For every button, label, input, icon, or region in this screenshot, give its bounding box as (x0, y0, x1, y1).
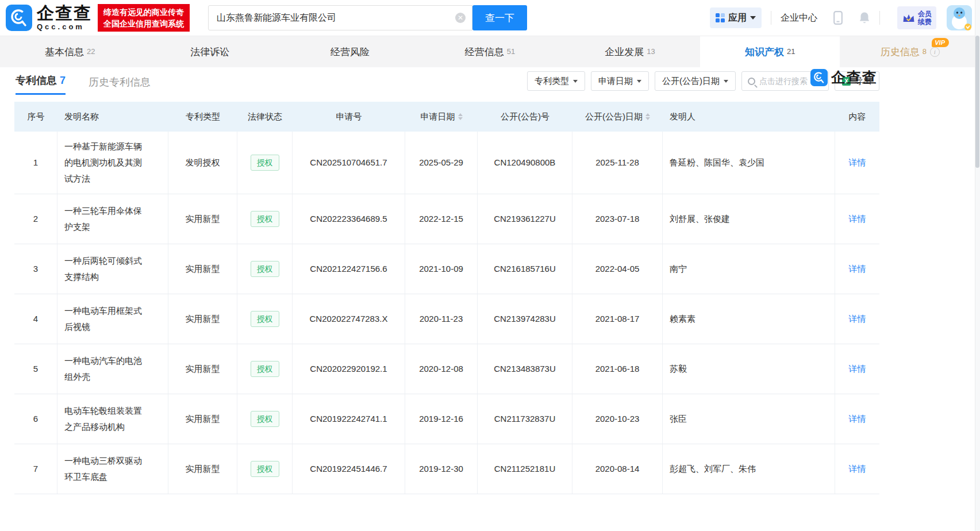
vip-renew-button[interactable]: 会员 续费 (897, 6, 936, 29)
cell-pub_no: CN213974283U (478, 294, 572, 344)
cell-no: 1 (14, 132, 57, 194)
nav-tab-2[interactable]: 法律诉讼 (140, 36, 280, 67)
cell-app_date: 2021-10-09 (405, 244, 478, 294)
detail-link[interactable]: 详情 (849, 261, 866, 277)
cell-type: 实用新型 (168, 344, 237, 394)
cell-action: 详情 (835, 194, 879, 244)
patent-table: 序号发明名称专利类型法律状态申请号申请日期公开(公告)号公开(公告)日期发明人内… (14, 102, 879, 494)
filter-application-date[interactable]: 申请日期 (591, 71, 649, 91)
cell-app_date: 2019-12-30 (405, 444, 478, 494)
column-header-name: 发明名称 (57, 102, 168, 132)
cell-action: 详情 (835, 294, 879, 344)
cell-status: 授权 (237, 394, 293, 444)
cell-status: 授权 (237, 444, 293, 494)
detail-link[interactable]: 详情 (849, 361, 866, 377)
cell-name: 一种基于新能源车辆的电机测功机及其测试方法 (57, 132, 168, 194)
apps-menu[interactable]: 应用 (710, 7, 762, 28)
table-row: 6电动车轮毂组装装置之产品移动机构实用新型授权CN201922242741.12… (14, 394, 879, 444)
cell-action: 详情 (835, 344, 879, 394)
cell-inventors: 鲁延粉、陈国华、袁少国 (663, 132, 835, 194)
detail-link[interactable]: 详情 (849, 411, 866, 427)
notification-bell-icon[interactable] (859, 11, 870, 24)
cell-name: 一种电动汽车的电池组外壳 (57, 344, 168, 394)
detail-link[interactable]: 详情 (849, 311, 866, 327)
cell-inventors: 刘舒展、张俊建 (663, 194, 835, 244)
chevron-down-icon (637, 80, 641, 83)
table-header-row: 序号发明名称专利类型法律状态申请号申请日期公开(公告)号公开(公告)日期发明人内… (14, 102, 879, 132)
nav-tab-7[interactable]: 历史信息8VIPi (840, 36, 980, 67)
column-header-app_no: 申请号 (293, 102, 405, 132)
cell-app_date: 2025-05-29 (405, 132, 478, 194)
cell-pub_date: 2025-11-28 (572, 132, 663, 194)
cell-name: 一种三轮车用伞体保护支架 (57, 194, 168, 244)
cell-app_no: CN202510704651.7 (293, 132, 405, 194)
table-row: 2一种三轮车用伞体保护支架实用新型授权CN202223364689.52022-… (14, 194, 879, 244)
brand-slogan: 缔造有远见的商业传奇 全国企业信用查询系统 (98, 4, 190, 32)
column-header-pub_date[interactable]: 公开(公告)日期 (572, 102, 663, 132)
cell-no: 7 (14, 444, 57, 494)
cell-no: 3 (14, 244, 57, 294)
cell-name: 电动车轮毂组装装置之产品移动机构 (57, 394, 168, 444)
column-header-action: 内容 (835, 102, 879, 132)
table-row: 3一种后两轮可倾斜式支撑结构实用新型授权CN202122427156.62021… (14, 244, 879, 294)
cell-app_no: CN202022920192.1 (293, 344, 405, 394)
column-header-no: 序号 (14, 102, 57, 132)
info-icon[interactable]: i (930, 47, 940, 57)
cell-app_no: CN202022747283.X (293, 294, 405, 344)
detail-link[interactable]: 详情 (849, 461, 866, 477)
status-badge: 授权 (251, 461, 279, 477)
nav-tab-3[interactable]: 经营风险 (280, 36, 420, 67)
column-header-type: 专利类型 (168, 102, 237, 132)
cell-pub_date: 2022-04-05 (572, 244, 663, 294)
cell-status: 授权 (237, 194, 293, 244)
cell-action: 详情 (835, 132, 879, 194)
cell-type: 发明授权 (168, 132, 237, 194)
company-search-input[interactable] (208, 5, 472, 30)
cell-pub_date: 2021-08-17 (572, 294, 663, 344)
detail-link[interactable]: 详情 (849, 211, 866, 227)
search-button[interactable]: 查一下 (472, 5, 527, 30)
cell-type: 实用新型 (168, 394, 237, 444)
cell-no: 4 (14, 294, 57, 344)
tab-patent-info[interactable]: 专利信息7 (16, 74, 66, 95)
table-row: 5一种电动汽车的电池组外壳实用新型授权CN202022920192.12020-… (14, 344, 879, 394)
sort-icon[interactable] (645, 113, 650, 120)
status-badge: 授权 (251, 155, 279, 171)
column-header-inventors: 发明人 (663, 102, 835, 132)
search-area: ✕ 查一下 (208, 5, 527, 30)
scrollbar-track[interactable] (975, 0, 980, 531)
cell-pub_no: CN211732837U (478, 394, 572, 444)
filter-patent-type[interactable]: 专利类型 (527, 71, 585, 91)
divider (879, 11, 880, 25)
qcc-logo[interactable]: 企查查 Qcc.com 缔造有远见的商业传奇 全国企业信用查询系统 (6, 4, 190, 32)
clear-search-icon[interactable]: ✕ (455, 13, 466, 23)
table-row: 1一种基于新能源车辆的电机测功机及其测试方法发明授权授权CN2025107046… (14, 132, 879, 194)
sort-icon[interactable] (458, 113, 463, 120)
status-badge: 授权 (251, 361, 279, 377)
cell-pub_no: CN216185716U (478, 244, 572, 294)
cell-pub_no: CN120490800B (478, 132, 572, 194)
detail-link[interactable]: 详情 (849, 155, 866, 171)
cell-inventors: 苏毅 (663, 344, 835, 394)
cell-pub_date: 2023-07-18 (572, 194, 663, 244)
cell-name: 一种后两轮可倾斜式支撑结构 (57, 244, 168, 294)
tab-historical-patent-info[interactable]: 历史专利信息 (89, 75, 151, 95)
brand-domain: Qcc.com (37, 22, 92, 31)
scrollbar-thumb[interactable] (975, 36, 979, 168)
enterprise-center-link[interactable]: 企业中心 (781, 12, 817, 24)
cell-app_no: CN202122427156.6 (293, 244, 405, 294)
nav-tab-1[interactable]: 基本信息22 (0, 36, 140, 67)
cell-name: 一种电动车用框架式后视镜 (57, 294, 168, 344)
cell-action: 详情 (835, 394, 879, 444)
status-badge: 授权 (251, 261, 279, 277)
qcc-logo-icon (6, 5, 32, 31)
user-avatar[interactable] (947, 5, 972, 30)
nav-tab-6[interactable]: 知识产权21 (700, 36, 840, 67)
vip-badge: VIP (932, 38, 949, 47)
column-header-app_date[interactable]: 申请日期 (405, 102, 478, 132)
mobile-app-icon[interactable] (833, 11, 843, 25)
nav-tab-4[interactable]: 经营信息51 (420, 36, 560, 67)
filter-publication-date[interactable]: 公开(公告)日期 (655, 71, 736, 91)
page: 企查查 Qcc.com 缔造有远见的商业传奇 全国企业信用查询系统 ✕ 查一下 … (0, 0, 980, 531)
nav-tab-5[interactable]: 企业发展13 (560, 36, 700, 67)
